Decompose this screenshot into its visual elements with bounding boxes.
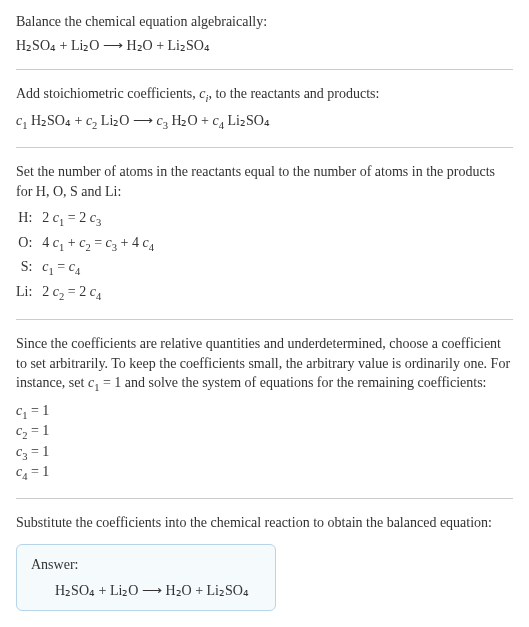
step-2-intro: Add stoichiometric coefficients, ci, to …: [16, 84, 513, 106]
element-label: O:: [16, 232, 42, 256]
coefficient-solutions: c1 = 1 c2 = 1 c3 = 1 c4 = 1: [16, 402, 513, 484]
coeff-line: c2 = 1: [16, 422, 513, 442]
divider: [16, 319, 513, 320]
divider: [16, 69, 513, 70]
equation-cell: 2 c2 = 2 c4: [42, 281, 162, 305]
coeff-line: c4 = 1: [16, 463, 513, 483]
table-row: H: 2 c1 = 2 c3: [16, 207, 162, 231]
divider: [16, 147, 513, 148]
coeff-line: c1 = 1: [16, 402, 513, 422]
element-label: Li:: [16, 281, 42, 305]
answer-label: Answer:: [31, 555, 261, 575]
step-3: Set the number of atoms in the reactants…: [16, 162, 513, 305]
answer-equation: H₂SO₄ + Li₂O ⟶ H₂O + Li₂SO₄: [31, 581, 261, 601]
element-label: S:: [16, 256, 42, 280]
coeff-line: c3 = 1: [16, 443, 513, 463]
atom-equations-table: H: 2 c1 = 2 c3 O: 4 c1 + c2 = c3 + 4 c4 …: [16, 207, 162, 305]
table-row: O: 4 c1 + c2 = c3 + 4 c4: [16, 232, 162, 256]
step-5-intro: Substitute the coefficients into the che…: [16, 513, 513, 533]
step-4-intro: Since the coefficients are relative quan…: [16, 334, 513, 396]
text: , to the reactants and products:: [208, 86, 379, 101]
step-1-intro: Balance the chemical equation algebraica…: [16, 12, 513, 32]
step-1-equation: H₂SO₄ + Li₂O ⟶ H₂O + Li₂SO₄: [16, 36, 513, 56]
step-5: Substitute the coefficients into the che…: [16, 513, 513, 533]
step-2-equation: c1 H₂SO₄ + c2 Li₂O ⟶ c3 H₂O + c4 Li₂SO₄: [16, 111, 513, 133]
answer-box: Answer: H₂SO₄ + Li₂O ⟶ H₂O + Li₂SO₄: [16, 544, 276, 611]
step-1: Balance the chemical equation algebraica…: [16, 12, 513, 55]
element-label: H:: [16, 207, 42, 231]
text: Add stoichiometric coefficients,: [16, 86, 199, 101]
table-row: Li: 2 c2 = 2 c4: [16, 281, 162, 305]
equation-cell: 2 c1 = 2 c3: [42, 207, 162, 231]
step-2: Add stoichiometric coefficients, ci, to …: [16, 84, 513, 133]
step-4: Since the coefficients are relative quan…: [16, 334, 513, 483]
equation-cell: c1 = c4: [42, 256, 162, 280]
step-3-intro: Set the number of atoms in the reactants…: [16, 162, 513, 201]
divider: [16, 498, 513, 499]
equation-cell: 4 c1 + c2 = c3 + 4 c4: [42, 232, 162, 256]
table-row: S: c1 = c4: [16, 256, 162, 280]
